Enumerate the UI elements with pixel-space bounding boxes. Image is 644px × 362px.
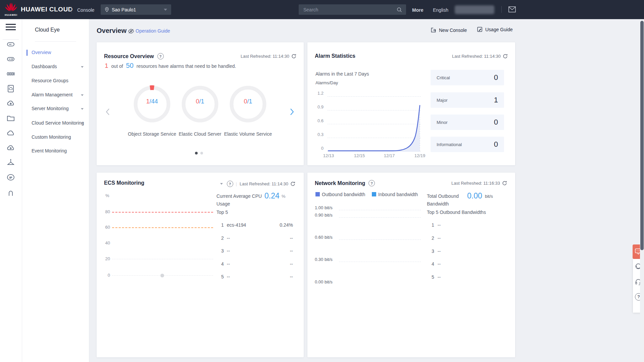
severity-minor[interactable]: Minor 0 [431, 115, 504, 130]
cloud-icon[interactable] [6, 129, 15, 137]
alarm-chart-label: Alarms in the Last 7 Days [315, 71, 369, 77]
sidebar-item-custom-monitoring[interactable]: Custom Monitoring [32, 134, 71, 140]
alarm-ytick: 1.2 [307, 91, 324, 96]
sidebar-item-alarm-management[interactable]: Alarm Management [32, 92, 72, 97]
net-ytick: 1.00 bit/s [315, 205, 333, 210]
ecs-top5-row-3[interactable]: 3-- [221, 248, 230, 254]
language-selector[interactable]: English [433, 7, 448, 13]
sidebar-item-server-monitoring[interactable]: Server Monitoring [32, 106, 69, 111]
network-top5-row-3[interactable]: 3-- [432, 248, 441, 254]
severity-major[interactable]: Major 1 [431, 92, 504, 108]
alarm-ytick: 0.9 [307, 104, 324, 109]
hide-guide-eye-icon[interactable] [128, 29, 134, 34]
carousel-next-icon[interactable] [290, 108, 294, 116]
ecs-top5-row-2[interactable]: 2-- [221, 235, 230, 241]
ecs-top5-row-5[interactable]: 5-- [221, 274, 230, 279]
server-config-icon[interactable] [6, 55, 15, 63]
mail-icon[interactable] [508, 6, 516, 12]
ecs-alarm-value: 0 [196, 98, 199, 105]
console-link[interactable]: Console [77, 7, 94, 13]
search-icon[interactable] [397, 7, 402, 12]
ecs-dropdown-caret-icon[interactable] [220, 183, 223, 185]
operation-guide-link[interactable]: Operation Guide [136, 28, 170, 34]
ecs-ytick: 60 [97, 225, 110, 230]
ecs-data-point[interactable] [160, 274, 164, 277]
network-top5-row-4[interactable]: 4-- [432, 261, 441, 267]
cloud-upload-icon[interactable] [6, 99, 15, 108]
carousel-prev-icon[interactable] [105, 108, 110, 116]
refresh-icon[interactable] [503, 54, 508, 59]
severity-informational[interactable]: Informational 0 [431, 137, 504, 152]
refresh-icon[interactable] [290, 181, 295, 186]
ecs-ytick: 20 [97, 256, 110, 261]
cpu-usage-label-1: Current Average CPU [216, 192, 262, 200]
header-divider-2 [501, 6, 502, 13]
severity-value: 0 [494, 73, 498, 82]
legend-inbound[interactable]: Inbound bandwidth [372, 192, 418, 197]
hamburger-menu-icon[interactable] [6, 24, 16, 31]
ecs-help-icon[interactable]: ? [227, 181, 233, 187]
server-icon[interactable] [6, 40, 15, 49]
sidebar-item-event-monitoring[interactable]: Event Monitoring [32, 148, 67, 153]
new-console-button[interactable]: New Console [431, 27, 467, 33]
alarm-line-chart[interactable] [328, 103, 421, 153]
resource-overview-help-icon[interactable]: ? [157, 53, 164, 59]
huawei-logo[interactable]: HUAWEI [4, 2, 18, 17]
net-ytick: 0.60 bit/s [315, 235, 333, 240]
prism-icon[interactable] [6, 158, 15, 167]
ecs-monitoring-card: ECS Monitoring ? | Last Refreshed: 11:14… [97, 173, 304, 357]
account-name-redacted[interactable] [455, 5, 494, 14]
search-box[interactable]: Search [299, 4, 406, 15]
cloud-play-icon[interactable] [6, 143, 15, 152]
resource-overview-last-refreshed: Last Refreshed: 11:14:30 [241, 54, 289, 59]
alarm-statistics-last-refreshed: Last Refreshed: 11:14:30 [452, 54, 501, 59]
refresh-icon[interactable] [502, 181, 507, 186]
sidebar-item-overview[interactable]: Overview [32, 50, 51, 55]
legend-outbound[interactable]: Outbound bandwidth [315, 192, 365, 197]
ecs-label: Elastic Cloud Server [175, 131, 225, 137]
network-top5-row-1[interactable]: 1-- [432, 222, 441, 228]
more-menu[interactable]: More [412, 7, 423, 13]
notebook-cloud-icon[interactable] [6, 84, 15, 93]
sidebar-cloud-eye: Cloud Eye Overview Dashboards Resource G… [22, 19, 89, 362]
huawei-flower-icon [4, 2, 18, 13]
sidebar-item-cloud-service-monitoring[interactable]: Cloud Service Monitoring [32, 120, 84, 126]
scrollbar-track[interactable] [640, 19, 644, 362]
user-icon[interactable] [6, 188, 15, 197]
region-selector[interactable]: Sao Paulo1 [101, 4, 171, 15]
usage-guide-icon [477, 27, 483, 32]
severity-critical[interactable]: Critical 0 [431, 70, 504, 85]
net-ytick: 0.30 bit/s [315, 257, 333, 262]
folder-icon[interactable] [6, 114, 15, 123]
new-console-label: New Console [439, 28, 467, 33]
monitoring-waves-icon[interactable] [6, 70, 15, 78]
ecs-threshold-60 [112, 227, 213, 228]
ecs-top5-row-1[interactable]: 1ecs-4194 [221, 222, 246, 228]
ecs-top5-value-4: -- [290, 261, 293, 267]
carousel-dot[interactable] [200, 152, 203, 154]
search-input[interactable]: Search [303, 7, 318, 12]
carousel-dot-active[interactable] [195, 152, 198, 154]
network-help-icon[interactable]: ? [368, 180, 375, 186]
ecs-ytick: 40 [97, 240, 110, 245]
ecs-total-value: /1 [199, 98, 204, 105]
network-top5-row-2[interactable]: 2-- [432, 235, 441, 241]
refresh-icon[interactable] [291, 54, 296, 59]
ip-icon[interactable]: IP [6, 173, 15, 182]
ecs-top5-row-4[interactable]: 4-- [221, 261, 230, 267]
scrollbar-thumb[interactable] [640, 21, 644, 250]
top-navigation-bar: HUAWEI HUAWEI CLOUD Console Sao Paulo1 S… [0, 0, 644, 19]
sidebar-item-resource-groups[interactable]: Resource Groups [32, 78, 68, 83]
ecs-top5-label: Top 5 [216, 210, 228, 215]
alarm-management-caret-icon [81, 94, 84, 96]
usage-guide-button[interactable]: Usage Guide [477, 27, 513, 32]
ecs-top5-value-2: -- [290, 235, 293, 241]
sidebar-item-dashboards[interactable]: Dashboards [32, 64, 57, 69]
app-root: HUAWEI HUAWEI CLOUD Console Sao Paulo1 S… [0, 0, 644, 362]
icon-rail: IP [0, 19, 22, 362]
severity-label: Informational [437, 142, 462, 147]
network-top5-row-5[interactable]: 5-- [432, 274, 441, 280]
inbound-legend-swatch [372, 192, 376, 196]
alarm-xtick: 12/19 [412, 153, 427, 158]
brand-title[interactable]: HUAWEI CLOUD [21, 6, 73, 13]
